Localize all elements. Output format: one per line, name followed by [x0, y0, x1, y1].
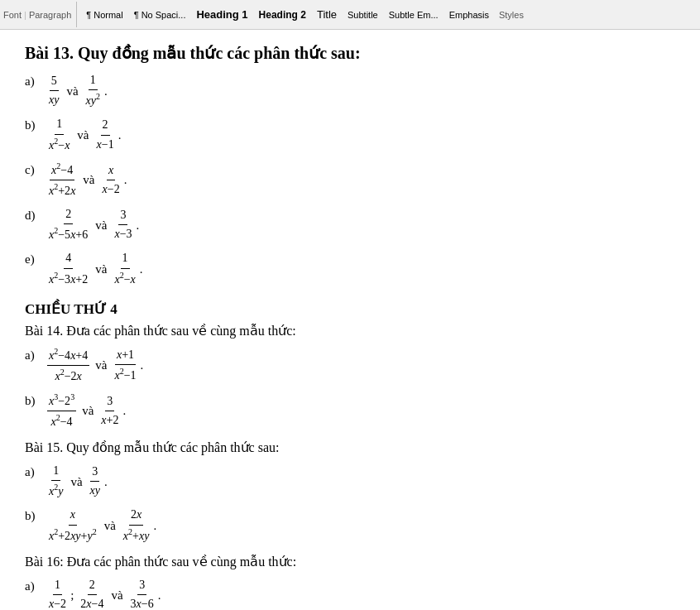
frac-num: x+1 — [115, 346, 136, 365]
frac-1-x2mx: 1 x2−x — [47, 115, 71, 154]
va-text: và — [95, 215, 107, 235]
frac-4-x2m3xp2: 4 x2−3x+2 — [47, 249, 89, 288]
bai13-d-math: 2 x2−5x+6 và 3 x−3 . — [46, 205, 139, 244]
semicolon: ; — [70, 585, 74, 605]
bai14-part-b: b) x3−23 x2−4 và 3 x+2 . — [25, 391, 654, 431]
part-label-a4: a) — [25, 576, 43, 596]
frac-1-xy2: 1 xy2 — [84, 71, 102, 110]
va-text: và — [95, 259, 107, 279]
style-subtitle[interactable]: Subtitle — [343, 8, 382, 22]
bai13-c-math: x2−4 x2+2x và x x−2 . — [46, 160, 127, 200]
style-normal[interactable]: ¶ Normal — [82, 8, 127, 22]
frac-3-xp2: 3 x+2 — [99, 392, 120, 430]
frac-den: x2+2xy+y2 — [47, 526, 98, 545]
font-section: Font | Paragraph — [3, 2, 77, 27]
bai14-a-math: x2−4x+4 x2−2x và x+1 x2−1 . — [46, 345, 143, 386]
frac-num: 5 — [50, 72, 59, 91]
bai13-part-a: a) 5 xy và 1 xy2 . — [25, 71, 654, 110]
frac-num: 1 — [89, 71, 98, 90]
frac-x-x2p2xypy2: x x2+2xy+y2 — [47, 506, 98, 545]
paragraph-label: Paragraph — [29, 10, 71, 20]
part-label-a3: a) — [25, 462, 43, 482]
frac-den: x2+xy — [122, 526, 151, 545]
bai13-b-math: 1 x2−x và 2 x−1 . — [46, 115, 121, 154]
bai13-part-d: d) 2 x2−5x+6 và 3 x−3 . — [25, 205, 654, 244]
frac-x3m23-x2m4: x3−23 x2−4 — [47, 391, 76, 431]
period: . — [140, 259, 143, 279]
period: . — [153, 516, 156, 536]
period: . — [141, 355, 144, 375]
frac-den: x2−2x — [53, 366, 83, 386]
frac-x2m4xp4-x2m2x: x2−4x+4 x2−2x — [47, 345, 89, 386]
bai16-part-a: a) 1 x−2 ; 2 2x−4 và 3 3x−6 . — [25, 576, 654, 610]
frac-den: x2y — [47, 481, 65, 501]
frac-x-xm2: x x−2 — [101, 161, 122, 199]
frac-2-xm1: 2 x−1 — [95, 116, 116, 154]
va-text: và — [77, 125, 89, 145]
bai14-part-a: a) x2−4x+4 x2−2x và x+1 x2−1 . — [25, 345, 654, 386]
frac-num: x2−4 — [50, 160, 74, 180]
part-label-b1: b) — [25, 115, 43, 135]
style-no-spaci[interactable]: ¶ No Spaci... — [130, 8, 190, 22]
frac-den: x−1 — [95, 136, 116, 154]
frac-3-xm3: 3 x−3 — [113, 206, 133, 244]
chieu-thu-4-heading: CHIỀU THỨ 4 — [25, 300, 654, 318]
bai16-heading: Bài 16: Đưa các phân thức sau về cùng mẫ… — [25, 554, 654, 569]
frac-num: 2x — [129, 506, 143, 525]
frac-den: xy — [47, 91, 60, 109]
frac-num: 3 — [105, 392, 114, 411]
frac-den: 2x−4 — [79, 595, 105, 610]
style-title[interactable]: Title — [313, 7, 341, 22]
bai15-part-a: a) 1 x2y và 3 xy . — [25, 462, 654, 501]
frac-den: x2−x — [113, 269, 137, 289]
frac-den: x2+2x — [47, 180, 77, 200]
style-heading1[interactable]: Heading 1 — [192, 7, 252, 22]
frac-den: x−3 — [113, 225, 133, 243]
frac-den: x−2 — [101, 180, 122, 199]
frac-num: 3 — [137, 576, 146, 595]
frac-1-x2mx: 1 x2−x — [113, 249, 137, 288]
style-subtle-em[interactable]: Subtle Em... — [385, 8, 443, 22]
frac-den: x2−3x+2 — [47, 269, 89, 289]
frac-num: 1 — [55, 115, 64, 134]
part-label-b3: b) — [25, 506, 43, 526]
frac-num: 3 — [90, 463, 99, 482]
bai15-b-math: x x2+2xy+y2 và 2x x2+xy . — [46, 506, 156, 545]
frac-num: 2 — [101, 116, 110, 135]
va-text: và — [95, 355, 107, 375]
period: . — [158, 585, 161, 605]
frac-num: 4 — [64, 249, 73, 268]
frac-num: 3 — [118, 206, 127, 225]
font-label: Font — [3, 10, 22, 20]
frac-num: 1 — [51, 462, 60, 481]
frac-3-3xm6: 3 3x−6 — [129, 576, 156, 610]
frac-num: x — [69, 506, 77, 525]
part-label-e1: e) — [25, 249, 43, 269]
style-heading2[interactable]: Heading 2 — [255, 7, 310, 22]
frac-num: x2−4x+4 — [47, 345, 89, 366]
style-emphasis[interactable]: Emphasis — [445, 8, 493, 22]
part-label-a1: a) — [25, 71, 43, 91]
bai13-part-c: c) x2−4 x2+2x và x x−2 . — [25, 160, 654, 200]
bai13-heading: Bài 13. Quy đồng mẫu thức các phân thức … — [25, 43, 654, 63]
period: . — [118, 125, 122, 145]
toolbar: Font | Paragraph ¶ Normal ¶ No Spaci... … — [0, 0, 700, 30]
va-text: và — [70, 472, 82, 492]
frac-1-xm2: 1 x−2 — [47, 576, 68, 610]
frac-xp1-x2m1: x+1 x2−1 — [113, 346, 137, 385]
frac-2x-x2pxy: 2x x2+xy — [122, 506, 151, 545]
period: . — [104, 472, 108, 492]
frac-den: xy2 — [84, 90, 102, 110]
frac-den: 3x−6 — [129, 595, 156, 610]
frac-3-xy: 3 xy — [89, 463, 102, 501]
frac-den: x2−5x+6 — [47, 224, 89, 244]
frac-den: x2−4 — [50, 411, 74, 431]
period: . — [137, 215, 140, 235]
bai15-a-math: 1 x2y và 3 xy . — [46, 462, 108, 501]
frac-1-x2y: 1 x2y — [47, 462, 65, 501]
va-text: và — [111, 585, 122, 605]
va-text: và — [104, 516, 116, 536]
frac-num: x — [107, 161, 115, 180]
bai14-heading: Bài 14. Đưa các phân thức sau về cùng mẫ… — [25, 323, 654, 339]
bai16-a-math: 1 x−2 ; 2 2x−4 và 3 3x−6 . — [46, 576, 161, 610]
